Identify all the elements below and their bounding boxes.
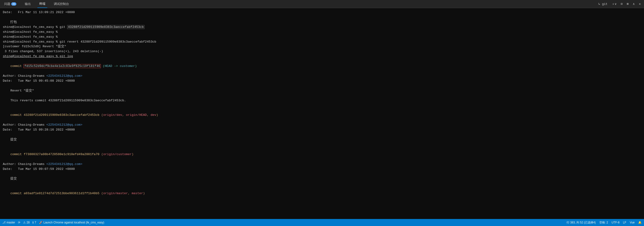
line-revert-msg: Revert "提交": [3, 88, 641, 93]
status-branch[interactable]: ⎇ master: [2, 221, 15, 224]
status-spaces[interactable]: 空格: 2: [599, 220, 608, 224]
line-date1: Date: Fri Mar 11 13:09:21 2022 +0800: [3, 10, 641, 15]
line-prompt5: shine@localhost fe_cms_easy % git log: [3, 54, 641, 59]
git-button[interactable]: ↳ git: [598, 2, 608, 6]
eol-label: LF: [623, 221, 626, 224]
status-encoding[interactable]: UTF-8: [612, 220, 620, 224]
status-notifications[interactable]: 🔔: [638, 220, 642, 224]
top-bar: 问题 35 输出 终端 调试控制台 ↳ git ＋∨ ⊟ ⊠ ∧ ✕: [0, 0, 644, 8]
tab-terminal-label: 终端: [39, 2, 45, 6]
tab-terminal[interactable]: 终端: [38, 0, 47, 8]
line-blank8: [3, 181, 641, 186]
launch-icon: 🚀: [39, 221, 42, 224]
line-reverts-commit: This reverts commit 43288f21d209115909e8…: [3, 98, 641, 103]
tab-output[interactable]: 输出: [23, 0, 33, 8]
line-blank4: [3, 103, 641, 108]
warning-icon: ⚠: [23, 221, 26, 224]
cursor-position: 行 383, 列 52 (已选择4): [566, 220, 596, 224]
split-terminal-button[interactable]: ⊟: [620, 2, 624, 6]
status-warnings[interactable]: ⚠ 28: [23, 221, 30, 224]
terminal-body[interactable]: Date: Fri Mar 11 13:09:21 2022 +0800 打包 …: [0, 8, 644, 219]
line-commit3-msg: 提交: [3, 176, 641, 181]
line-date3: Date: Tue Mar 15 09:28:16 2022 +0800: [3, 128, 641, 132]
notification-icon: 🔔: [638, 221, 642, 224]
warning-count: 28: [27, 221, 30, 224]
status-bar: ⎇ master ⟳ ⚠ 28 ℹ 7 🚀 Launch Chrome agai…: [0, 219, 644, 226]
line-commit2-msg: 提交: [3, 137, 641, 142]
top-bar-right: ↳ git ＋∨ ⊟ ⊠ ∧ ✕: [598, 2, 642, 6]
line-files-changed: 3 files changed, 537 insertions(+), 243 …: [3, 49, 641, 54]
line-blank3: [3, 93, 641, 98]
branch-icon: ⎇: [2, 221, 6, 224]
error-icon: ℹ: [32, 221, 34, 224]
line-blank2: [3, 84, 641, 88]
status-errors[interactable]: ℹ 7: [32, 221, 36, 224]
status-cursor[interactable]: 行 383, 列 52 (已选择4): [566, 220, 596, 224]
status-bar-right: 行 383, 列 52 (已选择4) 空格: 2 UTF-8 LF Vue 🔔: [566, 220, 642, 224]
line-daobao: 打包: [3, 20, 641, 25]
problems-badge: 35: [11, 2, 16, 6]
line-commit2: commit 43288f21d209115909e8383c3aeccefab…: [3, 108, 641, 122]
line-prompt1: shine@localhost fe_cms_easy % git 43288f…: [3, 25, 641, 30]
line-blank6: [3, 142, 641, 147]
line-author3: Author: Chasing-Dreams <2254341212@qq.co…: [3, 162, 641, 167]
line-commit4: commit a03adf1e01274d7d72513bbe903611d1f…: [3, 186, 641, 201]
tab-debug-console-label: 调试控制台: [54, 2, 69, 6]
error-count: 7: [34, 221, 36, 224]
line-blank7: [3, 172, 641, 176]
tab-output-label: 输出: [25, 2, 31, 6]
close-panel-button[interactable]: ✕: [638, 2, 642, 6]
spaces-label: 空格: 2: [599, 220, 608, 224]
sync-icon: ⟳: [18, 221, 20, 224]
line-commit-head: commit fd15c52d9dcf9cbe4e1e2c83e9f825c19…: [3, 59, 641, 74]
status-language[interactable]: Vue: [630, 220, 635, 224]
line-revert-result: [customer fd15c52d9] Revert "提交": [3, 44, 641, 49]
encoding-label: UTF-8: [612, 221, 620, 224]
line-commit3: commit f73800327a08b4720580e1c910efd49a2…: [3, 147, 641, 162]
line-date4: Date: Tue Mar 15 09:07:59 2022 +0800: [3, 167, 641, 172]
status-launch[interactable]: 🚀 Launch Chrome against localhost (fe_cm…: [39, 221, 104, 224]
line-prompt4: shine@localhost fe_cms_easy % git revert…: [3, 40, 641, 44]
line-author2: Author: Chasing-Dreams <2254341212@qq.co…: [3, 122, 641, 128]
line-blank1: [3, 15, 641, 20]
tab-debug-console[interactable]: 调试控制台: [52, 0, 71, 8]
language-label: Vue: [630, 221, 635, 224]
line-blank5: [3, 132, 641, 137]
status-sync[interactable]: ⟳: [18, 221, 20, 224]
tab-problems-label: 问题: [4, 2, 10, 6]
line-author1: Author: Chasing-Dreams <2254341212@qq.co…: [3, 74, 641, 78]
branch-name: master: [6, 221, 15, 224]
status-eol[interactable]: LF: [623, 220, 626, 224]
line-prompt2: shine@localhost fe_cms_easy %: [3, 30, 641, 35]
maximize-button[interactable]: ⊠: [626, 2, 630, 6]
tab-problems[interactable]: 问题 35: [2, 0, 18, 8]
new-terminal-button[interactable]: ＋∨: [611, 2, 618, 6]
minimize-panel-button[interactable]: ∧: [632, 2, 636, 6]
line-prompt3: shine@localhost fe_cms_easy %: [3, 35, 641, 40]
launch-label: Launch Chrome against localhost (fe_cms_…: [44, 221, 104, 224]
line-date2: Date: Tue Mar 15 09:45:08 2022 +0800: [3, 78, 641, 84]
